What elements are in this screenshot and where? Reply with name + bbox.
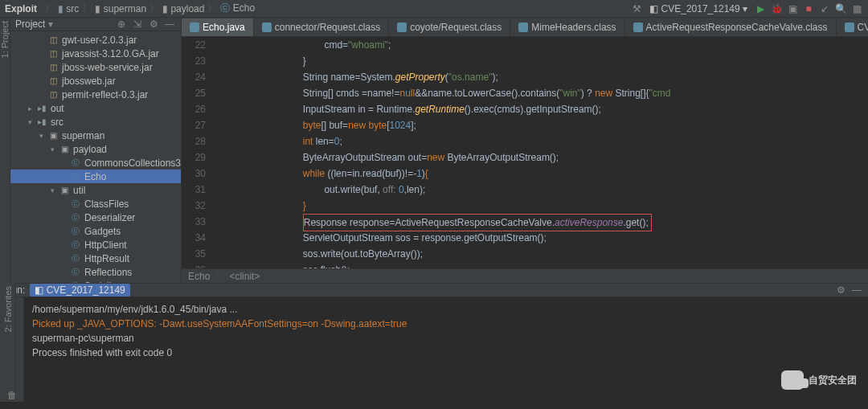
stop-icon[interactable]: ■ xyxy=(802,2,815,15)
tree-item[interactable]: ◫permit-reflect-0.3.jar xyxy=(10,88,181,101)
editor-breadcrumbs[interactable]: Echo〉<clinit> xyxy=(182,268,868,283)
file-icon xyxy=(518,22,528,32)
wechat-icon xyxy=(781,370,804,390)
file-icon xyxy=(262,22,272,32)
editor-tab[interactable]: MimeHeaders.class xyxy=(510,18,624,36)
collapse-icon[interactable]: ⇲ xyxy=(131,18,144,31)
gear-icon[interactable]: ⚙ xyxy=(147,18,160,31)
tree-item[interactable]: ◫jboss-web-service.jar xyxy=(10,60,181,74)
hide-icon[interactable]: — xyxy=(163,18,176,31)
tree-item[interactable]: ▾▣util xyxy=(10,183,181,197)
gutter: 22232425262728293031323334353637 xyxy=(182,37,214,268)
file-icon xyxy=(845,22,854,32)
tree-item[interactable]: ▾▣superman xyxy=(10,129,181,142)
editor-tab[interactable]: Echo.java xyxy=(182,18,254,36)
debug-icon[interactable]: 🐞 xyxy=(770,2,783,15)
editor-tabs[interactable]: Echo.javaconnector/Request.classcoyote/R… xyxy=(182,18,868,37)
tree-item[interactable]: ⓒReflections xyxy=(10,265,181,279)
titlebar: Exploit 〉 ▮ src 〉 ▮ superman 〉 ▮ payload… xyxy=(0,0,868,18)
search-icon[interactable]: 🔍 xyxy=(834,2,847,15)
file-icon xyxy=(633,22,643,32)
tree-item[interactable]: ⓒHttpResult xyxy=(10,252,181,265)
run-icon[interactable]: ▶ xyxy=(754,2,767,15)
code-area[interactable]: 22232425262728293031323334353637 cmd="wh… xyxy=(182,37,868,268)
editor-tab[interactable]: connector/Request.class xyxy=(254,18,389,36)
editor-tab[interactable]: ActiveRequestResponseCacheValve.class xyxy=(625,18,837,36)
tree-item[interactable]: ⓒDeserializer xyxy=(10,211,181,224)
run-config-tab[interactable]: ◧ CVE_2017_12149 xyxy=(30,284,129,297)
editor: Echo.javaconnector/Request.classcoyote/R… xyxy=(182,18,868,283)
project-tool-button[interactable]: 1: Project xyxy=(0,21,10,58)
left-tool-rail: 1: Project xyxy=(0,18,10,283)
editor-tab[interactable]: coyote/Request.class xyxy=(389,18,510,36)
tree-item[interactable]: ⓒSerializer xyxy=(10,279,181,283)
project-tree[interactable]: ◫gwt-user-2.0.3.jar◫javassist-3.12.0.GA.… xyxy=(10,31,181,283)
left-tool-rail-bottom: 2: Favorites xyxy=(0,283,16,391)
code-lines[interactable]: cmd="whoami"; } String name=System.getPr… xyxy=(214,37,868,268)
run-panel: Run: ◧ CVE_2017_12149 ⚙ — 2: Favorites ▶… xyxy=(0,283,868,391)
watermark: 自贸安全团 xyxy=(781,370,857,390)
tree-item[interactable]: ⓒHttpClient xyxy=(10,238,181,252)
tree-item[interactable]: ▾▸▮src xyxy=(10,115,181,129)
file-icon xyxy=(190,22,199,32)
breadcrumb[interactable]: ▮ payload xyxy=(162,3,204,14)
tree-item[interactable]: ⓒCommonsCollections3 xyxy=(10,156,181,170)
tree-item[interactable]: ⓒGadgets xyxy=(10,224,181,238)
breadcrumb[interactable]: ▮ src xyxy=(58,3,79,14)
run-config-selector[interactable]: ◧ CVE_2017_12149 ▾ xyxy=(646,3,751,14)
tree-item[interactable]: ▸▸▮out xyxy=(10,101,181,115)
editor-tab[interactable]: CVE_2017_12149.java xyxy=(837,18,869,36)
project-name: Exploit xyxy=(5,3,37,14)
tree-item[interactable]: ◫javassist-3.12.0.GA.jar xyxy=(10,47,181,60)
build-icon[interactable]: ⚒ xyxy=(630,2,643,15)
vcs-icon[interactable]: ↙ xyxy=(818,2,831,15)
target-icon[interactable]: ⊕ xyxy=(115,18,128,31)
console-output[interactable]: /home/superman/my/env/jdk1.6.0_45/bin/ja… xyxy=(24,297,868,402)
file-icon xyxy=(397,22,407,32)
breadcrumb[interactable]: ⓒ Echo xyxy=(220,2,255,15)
tree-item[interactable]: ⓒClassFiles xyxy=(10,197,181,211)
tree-item[interactable]: ▾▣payload xyxy=(10,142,181,156)
favorites-tool-button[interactable]: 2: Favorites xyxy=(3,286,13,332)
tree-item[interactable]: ◫jbossweb.jar xyxy=(10,74,181,88)
hide-icon[interactable]: — xyxy=(850,284,863,297)
project-panel-title: Project xyxy=(15,18,45,30)
project-panel: Project ▾ ⊕ ⇲ ⚙ — ◫gwt-user-2.0.3.jar◫ja… xyxy=(10,18,182,283)
coverage-icon[interactable]: ▣ xyxy=(786,2,799,15)
tree-item[interactable]: ⓒEcho xyxy=(10,170,181,183)
tree-item[interactable]: ◫gwt-user-2.0.3.jar xyxy=(10,33,181,47)
gear-icon[interactable]: ⚙ xyxy=(834,284,847,297)
breadcrumb[interactable]: ▮ superman xyxy=(95,3,146,14)
more-icon[interactable]: ▦ xyxy=(850,2,863,15)
